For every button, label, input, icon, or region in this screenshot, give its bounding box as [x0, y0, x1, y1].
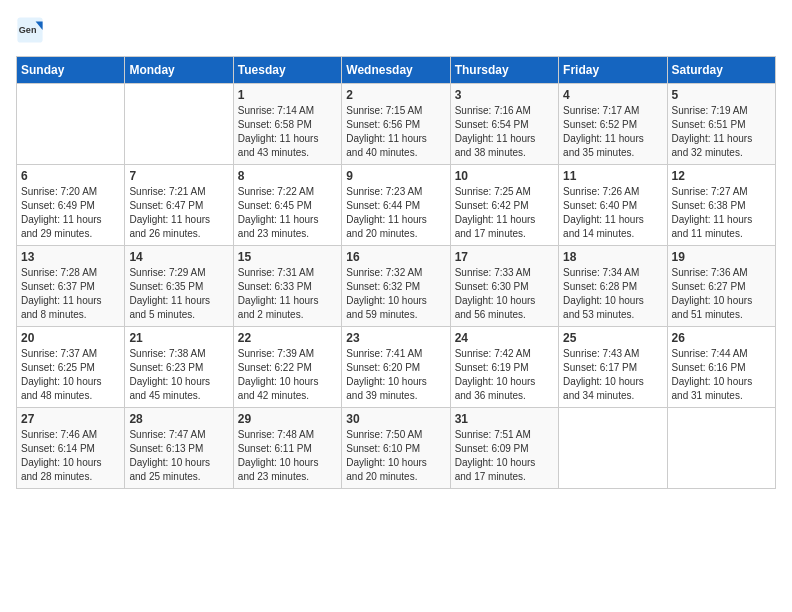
day-number: 31 [455, 412, 554, 426]
calendar-cell: 22Sunrise: 7:39 AM Sunset: 6:22 PM Dayli… [233, 327, 341, 408]
cell-content: Sunrise: 7:31 AM Sunset: 6:33 PM Dayligh… [238, 266, 337, 322]
calendar-week-row: 13Sunrise: 7:28 AM Sunset: 6:37 PM Dayli… [17, 246, 776, 327]
day-number: 1 [238, 88, 337, 102]
cell-content: Sunrise: 7:34 AM Sunset: 6:28 PM Dayligh… [563, 266, 662, 322]
calendar-cell: 27Sunrise: 7:46 AM Sunset: 6:14 PM Dayli… [17, 408, 125, 489]
column-header-monday: Monday [125, 57, 233, 84]
calendar-cell: 10Sunrise: 7:25 AM Sunset: 6:42 PM Dayli… [450, 165, 558, 246]
calendar-cell [125, 84, 233, 165]
column-header-saturday: Saturday [667, 57, 775, 84]
calendar-cell: 6Sunrise: 7:20 AM Sunset: 6:49 PM Daylig… [17, 165, 125, 246]
calendar-week-row: 20Sunrise: 7:37 AM Sunset: 6:25 PM Dayli… [17, 327, 776, 408]
cell-content: Sunrise: 7:43 AM Sunset: 6:17 PM Dayligh… [563, 347, 662, 403]
day-number: 30 [346, 412, 445, 426]
calendar-cell [17, 84, 125, 165]
day-number: 29 [238, 412, 337, 426]
calendar-cell: 29Sunrise: 7:48 AM Sunset: 6:11 PM Dayli… [233, 408, 341, 489]
calendar-cell: 1Sunrise: 7:14 AM Sunset: 6:58 PM Daylig… [233, 84, 341, 165]
day-number: 11 [563, 169, 662, 183]
day-number: 18 [563, 250, 662, 264]
column-header-friday: Friday [559, 57, 667, 84]
calendar-week-row: 6Sunrise: 7:20 AM Sunset: 6:49 PM Daylig… [17, 165, 776, 246]
day-number: 16 [346, 250, 445, 264]
day-number: 9 [346, 169, 445, 183]
cell-content: Sunrise: 7:25 AM Sunset: 6:42 PM Dayligh… [455, 185, 554, 241]
column-header-thursday: Thursday [450, 57, 558, 84]
column-header-sunday: Sunday [17, 57, 125, 84]
cell-content: Sunrise: 7:21 AM Sunset: 6:47 PM Dayligh… [129, 185, 228, 241]
cell-content: Sunrise: 7:23 AM Sunset: 6:44 PM Dayligh… [346, 185, 445, 241]
day-number: 3 [455, 88, 554, 102]
calendar-cell: 16Sunrise: 7:32 AM Sunset: 6:32 PM Dayli… [342, 246, 450, 327]
cell-content: Sunrise: 7:22 AM Sunset: 6:45 PM Dayligh… [238, 185, 337, 241]
calendar-cell: 5Sunrise: 7:19 AM Sunset: 6:51 PM Daylig… [667, 84, 775, 165]
cell-content: Sunrise: 7:36 AM Sunset: 6:27 PM Dayligh… [672, 266, 771, 322]
calendar-cell: 20Sunrise: 7:37 AM Sunset: 6:25 PM Dayli… [17, 327, 125, 408]
calendar-cell: 9Sunrise: 7:23 AM Sunset: 6:44 PM Daylig… [342, 165, 450, 246]
cell-content: Sunrise: 7:29 AM Sunset: 6:35 PM Dayligh… [129, 266, 228, 322]
calendar-cell: 18Sunrise: 7:34 AM Sunset: 6:28 PM Dayli… [559, 246, 667, 327]
day-number: 2 [346, 88, 445, 102]
calendar-cell: 19Sunrise: 7:36 AM Sunset: 6:27 PM Dayli… [667, 246, 775, 327]
day-number: 8 [238, 169, 337, 183]
calendar-cell: 24Sunrise: 7:42 AM Sunset: 6:19 PM Dayli… [450, 327, 558, 408]
cell-content: Sunrise: 7:47 AM Sunset: 6:13 PM Dayligh… [129, 428, 228, 484]
calendar-cell: 11Sunrise: 7:26 AM Sunset: 6:40 PM Dayli… [559, 165, 667, 246]
cell-content: Sunrise: 7:50 AM Sunset: 6:10 PM Dayligh… [346, 428, 445, 484]
calendar-cell: 15Sunrise: 7:31 AM Sunset: 6:33 PM Dayli… [233, 246, 341, 327]
day-number: 21 [129, 331, 228, 345]
logo-icon: Gen [16, 16, 44, 44]
calendar-cell [559, 408, 667, 489]
cell-content: Sunrise: 7:19 AM Sunset: 6:51 PM Dayligh… [672, 104, 771, 160]
cell-content: Sunrise: 7:20 AM Sunset: 6:49 PM Dayligh… [21, 185, 120, 241]
cell-content: Sunrise: 7:38 AM Sunset: 6:23 PM Dayligh… [129, 347, 228, 403]
day-number: 5 [672, 88, 771, 102]
day-number: 15 [238, 250, 337, 264]
calendar-table: SundayMondayTuesdayWednesdayThursdayFrid… [16, 56, 776, 489]
calendar-cell: 21Sunrise: 7:38 AM Sunset: 6:23 PM Dayli… [125, 327, 233, 408]
page-header: Gen [16, 16, 776, 44]
cell-content: Sunrise: 7:16 AM Sunset: 6:54 PM Dayligh… [455, 104, 554, 160]
day-number: 14 [129, 250, 228, 264]
cell-content: Sunrise: 7:37 AM Sunset: 6:25 PM Dayligh… [21, 347, 120, 403]
calendar-week-row: 27Sunrise: 7:46 AM Sunset: 6:14 PM Dayli… [17, 408, 776, 489]
calendar-cell: 25Sunrise: 7:43 AM Sunset: 6:17 PM Dayli… [559, 327, 667, 408]
calendar-cell: 7Sunrise: 7:21 AM Sunset: 6:47 PM Daylig… [125, 165, 233, 246]
day-number: 24 [455, 331, 554, 345]
calendar-cell: 14Sunrise: 7:29 AM Sunset: 6:35 PM Dayli… [125, 246, 233, 327]
day-number: 12 [672, 169, 771, 183]
cell-content: Sunrise: 7:14 AM Sunset: 6:58 PM Dayligh… [238, 104, 337, 160]
cell-content: Sunrise: 7:46 AM Sunset: 6:14 PM Dayligh… [21, 428, 120, 484]
day-number: 10 [455, 169, 554, 183]
calendar-cell: 31Sunrise: 7:51 AM Sunset: 6:09 PM Dayli… [450, 408, 558, 489]
day-number: 13 [21, 250, 120, 264]
calendar-cell: 2Sunrise: 7:15 AM Sunset: 6:56 PM Daylig… [342, 84, 450, 165]
day-number: 28 [129, 412, 228, 426]
calendar-cell: 3Sunrise: 7:16 AM Sunset: 6:54 PM Daylig… [450, 84, 558, 165]
cell-content: Sunrise: 7:28 AM Sunset: 6:37 PM Dayligh… [21, 266, 120, 322]
calendar-cell: 26Sunrise: 7:44 AM Sunset: 6:16 PM Dayli… [667, 327, 775, 408]
cell-content: Sunrise: 7:26 AM Sunset: 6:40 PM Dayligh… [563, 185, 662, 241]
calendar-cell: 12Sunrise: 7:27 AM Sunset: 6:38 PM Dayli… [667, 165, 775, 246]
day-number: 4 [563, 88, 662, 102]
calendar-cell: 30Sunrise: 7:50 AM Sunset: 6:10 PM Dayli… [342, 408, 450, 489]
day-number: 27 [21, 412, 120, 426]
cell-content: Sunrise: 7:17 AM Sunset: 6:52 PM Dayligh… [563, 104, 662, 160]
day-number: 22 [238, 331, 337, 345]
column-header-wednesday: Wednesday [342, 57, 450, 84]
cell-content: Sunrise: 7:51 AM Sunset: 6:09 PM Dayligh… [455, 428, 554, 484]
day-number: 26 [672, 331, 771, 345]
cell-content: Sunrise: 7:27 AM Sunset: 6:38 PM Dayligh… [672, 185, 771, 241]
cell-content: Sunrise: 7:15 AM Sunset: 6:56 PM Dayligh… [346, 104, 445, 160]
day-number: 7 [129, 169, 228, 183]
day-number: 20 [21, 331, 120, 345]
day-number: 23 [346, 331, 445, 345]
calendar-cell: 23Sunrise: 7:41 AM Sunset: 6:20 PM Dayli… [342, 327, 450, 408]
svg-text:Gen: Gen [19, 25, 37, 35]
calendar-header-row: SundayMondayTuesdayWednesdayThursdayFrid… [17, 57, 776, 84]
column-header-tuesday: Tuesday [233, 57, 341, 84]
cell-content: Sunrise: 7:33 AM Sunset: 6:30 PM Dayligh… [455, 266, 554, 322]
cell-content: Sunrise: 7:44 AM Sunset: 6:16 PM Dayligh… [672, 347, 771, 403]
cell-content: Sunrise: 7:48 AM Sunset: 6:11 PM Dayligh… [238, 428, 337, 484]
logo: Gen [16, 16, 48, 44]
